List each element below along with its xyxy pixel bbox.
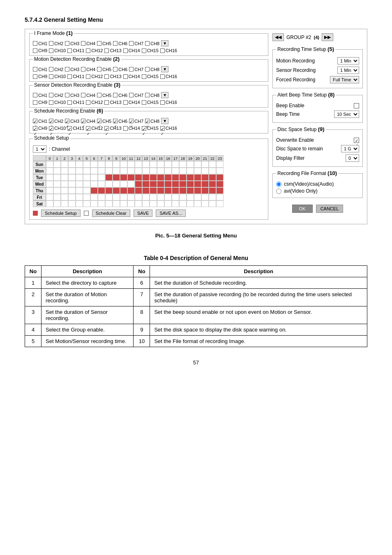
grid-cell-thu-19[interactable] (187, 187, 194, 194)
grid-cell-mon-4[interactable] (76, 168, 83, 174)
grid-cell-mon-0[interactable] (46, 168, 53, 174)
grid-cell-tue-4[interactable] (76, 174, 83, 181)
grid-cell-mon-13[interactable] (142, 168, 150, 174)
m-ch13-cb[interactable] (104, 74, 109, 79)
grid-cell-wed-11[interactable] (127, 181, 135, 187)
sc-ch16-cb[interactable]: ✓ (160, 126, 165, 131)
grid-cell-mon-22[interactable] (209, 168, 216, 174)
s-ch7-cb[interactable] (129, 93, 134, 97)
schedule-clear-button[interactable]: Schedule Clear (92, 210, 130, 217)
s-ch5-cb[interactable] (97, 93, 101, 97)
grid-cell-sat-21[interactable] (201, 200, 209, 207)
grid-cell-mon-2[interactable] (61, 168, 68, 174)
ch16-cb[interactable] (160, 48, 165, 53)
ch15-cb[interactable] (142, 48, 146, 53)
grid-cell-thu-6[interactable] (90, 187, 98, 194)
ch10-cb[interactable] (49, 48, 53, 53)
m-ch9-cb[interactable] (33, 74, 37, 79)
prev-group-button[interactable]: ◀◀ (272, 33, 284, 41)
sc-ch9-cb[interactable]: ✓ (33, 126, 37, 131)
beep-enable-cb[interactable] (354, 103, 359, 108)
grid-cell-tue-3[interactable] (68, 174, 76, 181)
sc-ch13-cb[interactable]: ✓ (104, 126, 109, 131)
grid-cell-thu-22[interactable] (209, 187, 216, 194)
sc-ch11-cb[interactable]: ✓ (67, 126, 72, 131)
ch5-cb[interactable] (97, 41, 101, 46)
m-ch8-cb[interactable] (145, 67, 150, 71)
grid-cell-sun-15[interactable] (157, 161, 164, 168)
s-ch10-cb[interactable] (49, 100, 53, 105)
grid-cell-fri-23[interactable] (216, 194, 224, 200)
ch13-cb[interactable] (104, 48, 109, 53)
format-csm-radio[interactable] (276, 182, 281, 187)
grid-cell-wed-3[interactable] (68, 181, 76, 187)
sc-ch5-cb[interactable]: ✓ (97, 119, 101, 123)
grid-cell-thu-12[interactable] (135, 187, 142, 194)
grid-cell-wed-22[interactable] (209, 181, 216, 187)
s-ch2-cb[interactable] (49, 93, 53, 97)
save-button[interactable]: SAVE (134, 210, 153, 217)
grid-cell-thu-23[interactable] (216, 187, 224, 194)
grid-cell-thu-15[interactable] (157, 187, 164, 194)
grid-cell-mon-15[interactable] (157, 168, 164, 174)
grid-cell-fri-1[interactable] (53, 194, 61, 200)
m-ch7-cb[interactable] (129, 67, 134, 71)
schedule-setup-button[interactable]: Schedule Setup (41, 210, 81, 217)
ch8-cb[interactable] (145, 41, 150, 46)
s-ch4-cb[interactable] (81, 93, 85, 97)
grid-cell-wed-9[interactable] (113, 181, 120, 187)
grid-cell-wed-13[interactable] (142, 181, 150, 187)
grid-cell-fri-20[interactable] (194, 194, 201, 200)
grid-cell-sat-5[interactable] (83, 200, 90, 207)
motion-row1-dropdown[interactable]: ▼ (161, 66, 168, 72)
grid-cell-tue-19[interactable] (187, 174, 194, 181)
format-avi-radio[interactable] (276, 189, 281, 194)
grid-cell-mon-10[interactable] (120, 168, 127, 174)
grid-cell-thu-8[interactable] (105, 187, 113, 194)
grid-cell-thu-20[interactable] (194, 187, 201, 194)
grid-cell-thu-13[interactable] (142, 187, 150, 194)
grid-cell-tue-13[interactable] (142, 174, 150, 181)
grid-cell-sat-23[interactable] (216, 200, 224, 207)
grid-cell-tue-12[interactable] (135, 174, 142, 181)
grid-cell-thu-0[interactable] (46, 187, 53, 194)
forced-rec-select[interactable]: Full Time (330, 76, 359, 83)
sensor-rec-select[interactable]: 1 Min (337, 67, 359, 74)
motion-rec-select[interactable]: 1 Min (337, 57, 359, 64)
m-ch10-cb[interactable] (49, 74, 53, 79)
grid-cell-wed-0[interactable] (46, 181, 53, 187)
grid-cell-tue-21[interactable] (201, 174, 209, 181)
grid-cell-sun-1[interactable] (53, 161, 61, 168)
grid-cell-sat-15[interactable] (157, 200, 164, 207)
grid-cell-mon-9[interactable] (113, 168, 120, 174)
s-ch6-cb[interactable] (113, 93, 118, 97)
grid-cell-wed-5[interactable] (83, 181, 90, 187)
grid-cell-mon-5[interactable] (83, 168, 90, 174)
grid-cell-mon-19[interactable] (187, 168, 194, 174)
m-ch11-cb[interactable] (67, 74, 72, 79)
sc-ch1-cb[interactable]: ✓ (33, 119, 37, 123)
grid-cell-fri-7[interactable] (98, 194, 105, 200)
grid-cell-wed-17[interactable] (172, 181, 179, 187)
grid-cell-mon-1[interactable] (53, 168, 61, 174)
grid-cell-thu-9[interactable] (113, 187, 120, 194)
grid-cell-sat-2[interactable] (61, 200, 68, 207)
grid-cell-sat-1[interactable] (53, 200, 61, 207)
grid-cell-sat-10[interactable] (120, 200, 127, 207)
grid-cell-wed-18[interactable] (179, 181, 187, 187)
grid-cell-fri-18[interactable] (179, 194, 187, 200)
sc-ch6-cb[interactable]: ✓ (113, 119, 118, 123)
grid-cell-fri-13[interactable] (142, 194, 150, 200)
grid-cell-tue-16[interactable] (164, 174, 172, 181)
beep-time-select[interactable]: 10 Sec (334, 111, 359, 118)
s-ch8-cb[interactable] (145, 93, 150, 97)
m-ch14-cb[interactable] (123, 74, 128, 79)
disc-remain-select[interactable]: 1 G (341, 145, 359, 152)
grid-cell-tue-10[interactable] (120, 174, 127, 181)
grid-cell-fri-5[interactable] (83, 194, 90, 200)
grid-cell-sat-12[interactable] (135, 200, 142, 207)
grid-cell-thu-10[interactable] (120, 187, 127, 194)
grid-cell-sat-8[interactable] (105, 200, 113, 207)
grid-cell-fri-10[interactable] (120, 194, 127, 200)
grid-cell-sun-3[interactable] (68, 161, 76, 168)
